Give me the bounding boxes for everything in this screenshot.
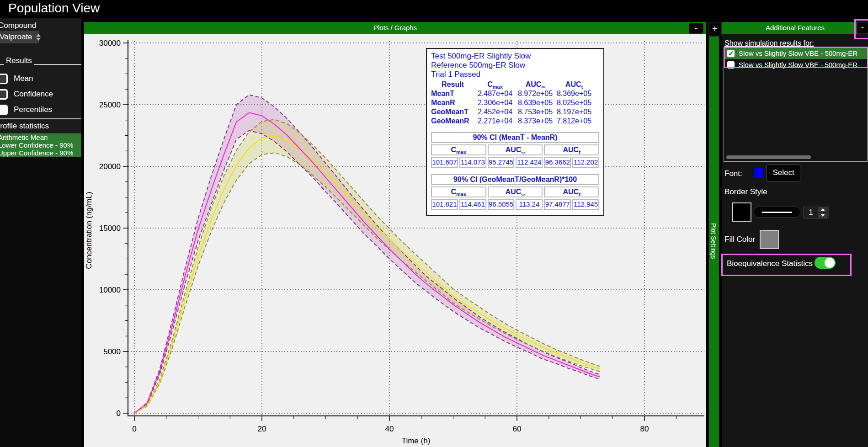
horizontal-scrollbar[interactable] — [726, 155, 811, 159]
up-arrow-icon — [821, 208, 825, 211]
increment-button[interactable] — [818, 207, 827, 212]
ci-geomean-table: 90% CI (GeoMeanT/GeoMeanR)*100 Cmax AUC∞… — [431, 174, 599, 210]
checkbox-row-confidence[interactable]: Confidence — [0, 89, 53, 100]
ci-value: 112.424 — [516, 157, 543, 168]
list-item[interactable]: Upper Confidence - 90% — [0, 149, 81, 157]
confidence-checkbox-label: Confidence — [14, 90, 53, 99]
sim-result-row[interactable]: Slow vs Slightly Slow VBE - 500mg-ER — [724, 48, 867, 59]
column-header: AUC∞ — [488, 186, 543, 197]
font-select-button[interactable]: Select — [767, 164, 800, 182]
sim-result-label: Slow vs Slightly Slow VBE - 500mg-ER — [739, 61, 857, 69]
bioequivalence-statistics-label: Bioequivalence Statistics — [727, 259, 813, 268]
plots-panel-header: Plots / Graphs - — [84, 22, 706, 34]
plots-panel-title: Plots / Graphs — [373, 24, 417, 32]
down-arrow-icon — [821, 214, 825, 217]
x-tick-label: 40 — [385, 425, 394, 433]
row-label: MeanT — [431, 89, 474, 98]
collapse-plots-button[interactable]: - — [689, 23, 703, 34]
down-arrow-icon — [36, 38, 41, 41]
checkbox-row-percentiles[interactable]: Percentiles — [0, 104, 52, 115]
row-label: MeanR — [431, 98, 474, 107]
ci-mean-table: 90% CI (MeanT - MeanR) Cmax AUC∞ AUCt 10… — [431, 132, 599, 168]
ci-value: 112.945 — [572, 199, 599, 210]
bioequivalence-toggle[interactable] — [815, 257, 836, 269]
page-title: Population View — [8, 1, 100, 16]
compound-select-value: Valproate — [0, 32, 32, 42]
border-color-swatch[interactable] — [732, 202, 751, 222]
table-cell: 8.025e+05 — [555, 98, 593, 107]
profile-statistics-label: Profile statistics — [0, 122, 49, 131]
additional-features-title: Additional Features — [766, 24, 825, 32]
plots-panel: Plots / Graphs - 02040608005000100001500… — [84, 22, 706, 447]
column-header: AUC∞ — [516, 80, 555, 89]
border-width-spinner[interactable]: 1 — [803, 206, 829, 219]
percentiles-checkbox-label: Percentiles — [14, 105, 52, 114]
x-tick-label: 0 — [132, 425, 136, 433]
font-color-swatch[interactable] — [754, 168, 763, 177]
sim-result-label: Slow vs Slightly Slow VBE - 500mg-ER — [739, 49, 857, 57]
ci-value: 96.5055 — [488, 199, 515, 210]
table-cell: 8.369e+05 — [555, 89, 593, 98]
sim-result-row[interactable]: Slow vs Slightly Slow VBE - 500mg-ER — [724, 59, 867, 70]
sim-result-checkbox-unchecked[interactable] — [727, 61, 735, 69]
table-cell: 8.972e+05 — [516, 89, 555, 98]
percentiles-checkbox[interactable] — [0, 105, 8, 115]
mean-checkbox[interactable] — [0, 74, 8, 84]
font-label: Font: — [724, 169, 742, 178]
y-tick-label: 15000 — [99, 224, 121, 233]
profile-statistics-list: Arithmetic Mean Lower Confidence - 90% U… — [0, 133, 81, 447]
up-arrow-icon — [36, 34, 41, 37]
title-bar: Population View — [0, 0, 868, 18]
checkbox-row-mean[interactable]: Mean — [0, 73, 33, 84]
y-tick-label: 10000 — [99, 286, 121, 294]
ci-table-title: 90% CI (GeoMeanT/GeoMeanR)*100 — [431, 174, 599, 185]
y-tick-label: 30000 — [99, 39, 121, 48]
expand-plot-settings-button[interactable]: + — [708, 22, 722, 37]
border-style-label: Border Style — [724, 187, 767, 197]
decrement-button[interactable] — [818, 213, 827, 218]
ci-value: 101.607 — [431, 157, 458, 168]
column-header: Result — [431, 80, 474, 89]
x-tick-label: 60 — [513, 425, 522, 433]
confidence-checkbox[interactable] — [0, 89, 8, 100]
y-tick-label: 0 — [117, 409, 121, 418]
column-header: AUCt — [555, 80, 593, 89]
plot-settings-tab-label[interactable]: Plot Settings — [710, 223, 717, 259]
ci-value: 95.2745 — [488, 157, 515, 168]
column-header: Cmax — [431, 186, 486, 197]
simulation-results-list: Slow vs Slightly Slow VBE - 500mg-ER Slo… — [724, 47, 868, 162]
compound-label: Compound — [0, 21, 36, 30]
list-item[interactable]: Arithmetic Mean — [0, 133, 81, 141]
mean-checkbox-label: Mean — [14, 74, 33, 83]
row-label: GeoMeanT — [431, 107, 474, 117]
collapse-additional-features-button[interactable]: - — [857, 22, 868, 34]
table-cell: 2.452e+04 — [474, 107, 516, 117]
compound-select[interactable]: Valproate — [0, 31, 39, 43]
additional-features-panel: Additional Features - Show simulation re… — [722, 22, 868, 447]
reference-formulation-label: Reference 500mg-ER Slow — [431, 61, 599, 70]
table-cell: 8.639e+05 — [516, 98, 555, 107]
additional-features-header: Additional Features — [722, 22, 868, 34]
fill-color-label: Fill Color — [724, 235, 755, 244]
ci-value: 113.24 — [516, 199, 543, 210]
show-results-label: Show simulation results for: — [724, 39, 814, 48]
x-axis-title: Time (h) — [402, 436, 431, 445]
line-style-preview — [762, 212, 792, 213]
column-header: AUC∞ — [488, 144, 543, 155]
y-axis-title: Concentration (ng/mL) — [85, 192, 93, 269]
table-cell: 8.373e+05 — [516, 117, 555, 126]
trial-status-label: Trial 1 Passed — [431, 70, 599, 79]
concentration-time-chart: 020406080050001000015000200002500030000T… — [84, 34, 706, 447]
line-style-dropdown[interactable] — [754, 207, 800, 218]
column-header: AUCt — [544, 144, 599, 155]
spinner-arrows-icon[interactable] — [36, 34, 41, 41]
fill-color-swatch[interactable] — [760, 230, 779, 249]
y-tick-label: 20000 — [99, 162, 121, 171]
column-header: Cmax — [431, 144, 486, 155]
list-item[interactable]: Lower Confidence - 90% — [0, 141, 81, 149]
sim-result-checkbox-checked[interactable] — [727, 50, 735, 57]
column-header: Cmax — [474, 80, 516, 89]
ci-value: 112.202 — [572, 157, 599, 168]
left-sidebar: Compound Valproate Results Mean Confiden… — [0, 18, 81, 447]
results-table: Result Cmax AUC∞ AUCt MeanT 2.487e+04 8.… — [431, 80, 599, 126]
